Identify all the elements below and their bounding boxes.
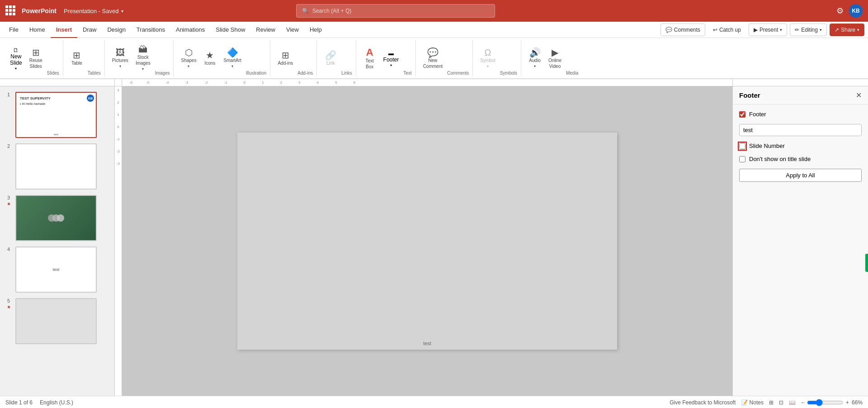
- footer-button[interactable]: ▬ Footer ▾: [381, 48, 402, 68]
- slide-num-1: 1: [5, 92, 13, 97]
- doc-title[interactable]: Presentation - Saved ▾: [64, 8, 123, 14]
- zoom-level: 66%: [852, 399, 863, 406]
- footer-panel-close[interactable]: ✕: [856, 91, 862, 100]
- new-comment-button[interactable]: 💬 New Comment: [420, 46, 445, 71]
- tab-home[interactable]: Home: [24, 22, 51, 38]
- tab-view[interactable]: View: [281, 22, 304, 38]
- editing-chevron[interactable]: ▾: [820, 28, 822, 32]
- status-bar-right: Give Feedback to Microsoft 📝 Notes ⊞ ⊡ 📖…: [670, 399, 863, 406]
- footer-checkbox[interactable]: [739, 111, 745, 118]
- pictures-arrow[interactable]: ▾: [117, 64, 124, 69]
- search-bar[interactable]: 🔍 Search (Alt + Q): [296, 4, 495, 18]
- ribbon-tabs: File Home Insert Draw Design Transitions…: [0, 22, 868, 38]
- feedback-link[interactable]: Give Feedback to Microsoft: [670, 399, 736, 406]
- slide-3-image: [16, 196, 96, 240]
- zoom-slider[interactable]: [807, 399, 843, 406]
- reuse-slides-icon: ⊞: [32, 48, 40, 57]
- audio-button[interactable]: 🔊 Audio ▾: [526, 46, 544, 71]
- notes-button[interactable]: 📝 Notes: [741, 399, 764, 406]
- reading-view-icon[interactable]: 📖: [789, 399, 796, 406]
- symbol-icon: Ω: [485, 48, 491, 57]
- slide-img-3[interactable]: [15, 195, 97, 241]
- footer-checkbox-label: Footer: [749, 111, 766, 118]
- footer-text-input[interactable]: test: [739, 124, 862, 136]
- slide-thumb-4[interactable]: 4 test: [3, 245, 112, 294]
- title-bar: PowerPoint Presentation - Saved ▾ 🔍 Sear…: [0, 0, 868, 22]
- tab-transitions[interactable]: Transitions: [131, 22, 170, 38]
- apply-all-button[interactable]: Apply to All: [739, 169, 862, 182]
- slide-sorter-icon[interactable]: ⊡: [779, 399, 783, 406]
- smartart-button[interactable]: 🔷 SmartArt ▾: [221, 46, 244, 71]
- reuse-slides-button[interactable]: ⊞ Reuse Slides: [27, 46, 45, 71]
- present-chevron[interactable]: ▾: [780, 28, 782, 32]
- stock-icons-icon: ★: [206, 51, 214, 60]
- tab-insert[interactable]: Insert: [51, 22, 77, 38]
- slide-thumb-5[interactable]: 5 ★: [3, 296, 112, 346]
- shapes-icon: ⬡: [185, 48, 193, 57]
- tab-help[interactable]: Help: [304, 22, 327, 38]
- comments-button[interactable]: 💬 Comments: [660, 24, 705, 36]
- tab-slideshow[interactable]: Slide Show: [210, 22, 250, 38]
- tab-design[interactable]: Design: [102, 22, 131, 38]
- dont-show-checkbox[interactable]: [739, 156, 745, 162]
- share-button[interactable]: ↗ Share ▾: [830, 24, 864, 36]
- slide-img-1[interactable]: KB TEST SUPERVITY • Hi Hello namade test: [15, 92, 97, 138]
- toolbar-group-comments: 💬 New Comment Comments: [417, 40, 473, 76]
- slide-thumb-3[interactable]: 3 ★: [3, 193, 112, 243]
- ribbon: File Home Insert Draw Design Transitions…: [0, 22, 868, 79]
- tab-animations[interactable]: Animations: [170, 22, 210, 38]
- footer-panel-header: Footer ✕: [733, 86, 868, 104]
- footer-arrow[interactable]: ▾: [387, 63, 395, 68]
- share-chevron[interactable]: ▾: [857, 28, 859, 32]
- notes-icon: 📝: [741, 399, 748, 406]
- smartart-arrow[interactable]: ▾: [229, 64, 236, 69]
- present-button[interactable]: ▶ Present ▾: [749, 24, 787, 36]
- images-label: Images: [155, 71, 170, 76]
- slide-img-4[interactable]: test: [15, 247, 97, 293]
- pictures-button[interactable]: 🖼 Pictures ▾: [109, 46, 131, 71]
- stock-images-arrow[interactable]: ▾: [139, 66, 146, 71]
- slide-img-5[interactable]: [15, 298, 97, 344]
- main-area: 1 KB TEST SUPERVITY • Hi Hello namade te…: [0, 86, 868, 396]
- slides-label: Slides: [47, 71, 59, 76]
- slide-number-checkbox[interactable]: [739, 143, 745, 149]
- table-button[interactable]: ⊞ Table: [68, 49, 86, 67]
- new-slide-button[interactable]: 🗋 New Slide ▾: [7, 45, 25, 71]
- stock-icons-button[interactable]: ★ Icons: [201, 49, 219, 67]
- tab-file[interactable]: File: [4, 22, 24, 38]
- shapes-arrow[interactable]: ▾: [185, 64, 192, 69]
- slide-number-label: Slide Number: [749, 142, 785, 149]
- shapes-button[interactable]: ⬡ Shapes ▾: [178, 46, 199, 71]
- symbol-arrow[interactable]: ▾: [484, 64, 491, 69]
- audio-arrow[interactable]: ▾: [531, 64, 538, 69]
- catchup-button[interactable]: ↩ Catch up: [708, 24, 746, 36]
- toolbar-group-slides: 🗋 New Slide ▾ ⊞ Reuse Slides Slides: [4, 40, 63, 76]
- link-button[interactable]: 🔗 Link: [321, 49, 340, 67]
- toolbar-group-illustration: ⬡ Shapes ▾ ★ Icons 🔷 SmartArt ▾ Illustra…: [175, 40, 270, 76]
- toolbar-group-tables: ⊞ Table Tables: [64, 40, 105, 76]
- slide-thumb-1[interactable]: 1 KB TEST SUPERVITY • Hi Hello namade te…: [3, 90, 112, 140]
- online-video-button[interactable]: ▶ Online Video: [546, 46, 564, 71]
- settings-icon[interactable]: ⚙: [835, 4, 845, 18]
- slide-footer-text: test: [423, 341, 431, 346]
- addins-button[interactable]: ⊞ Add-ins: [275, 49, 296, 67]
- footer-panel-title: Footer: [739, 91, 760, 99]
- slide-img-2[interactable]: [15, 143, 97, 190]
- new-slide-arrow[interactable]: ▾: [12, 66, 19, 71]
- zoom-in-button[interactable]: +: [846, 399, 849, 406]
- symbol-button[interactable]: Ω Symbol ▾: [477, 46, 498, 71]
- content-area: 3 2 1 0 -1 -2 -3 test Footer ✕ Foo: [115, 86, 868, 396]
- textbox-button[interactable]: A Text Box: [361, 46, 379, 71]
- stock-images-button[interactable]: 🏔 Stock Images ▾: [133, 43, 153, 73]
- waffle-icon[interactable]: [5, 5, 16, 16]
- addins-label: Add-ins: [297, 71, 313, 76]
- slide-canvas[interactable]: test: [237, 133, 617, 350]
- zoom-out-button[interactable]: −: [801, 399, 804, 406]
- tab-draw[interactable]: Draw: [77, 22, 102, 38]
- user-avatar[interactable]: KB: [849, 4, 863, 18]
- doc-title-chevron[interactable]: ▾: [121, 9, 123, 14]
- normal-view-icon[interactable]: ⊞: [769, 399, 774, 406]
- editing-button[interactable]: ✏ Editing ▾: [790, 24, 827, 36]
- tab-review[interactable]: Review: [250, 22, 281, 38]
- slide-thumb-2[interactable]: 2: [3, 142, 112, 191]
